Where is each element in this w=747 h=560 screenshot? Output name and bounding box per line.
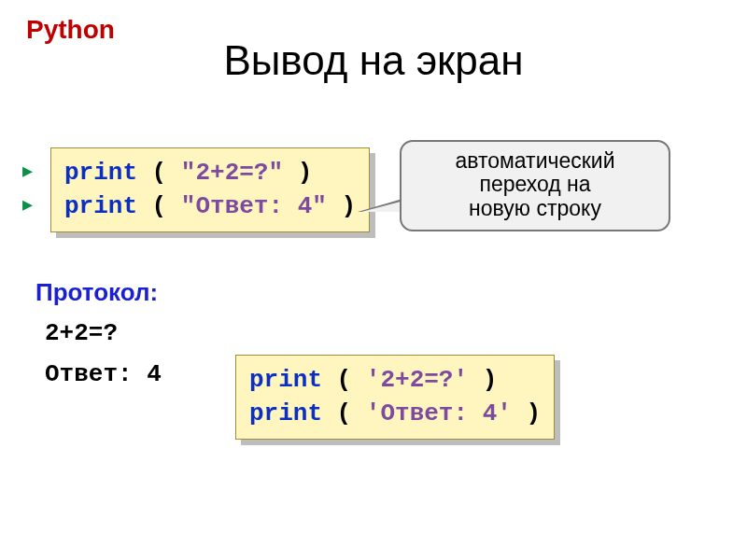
paren-close: ) xyxy=(468,366,497,394)
protocol-label: Протокол: xyxy=(35,278,158,307)
keyword-print: print xyxy=(249,399,322,427)
paren-open: ( xyxy=(322,366,366,394)
code-block-single-quotes: print ( '2+2=?' ) print ( 'Ответ: 4' ) xyxy=(235,355,555,440)
paren-open: ( xyxy=(137,192,181,220)
bullet-icon: ▸ xyxy=(22,192,33,217)
page-title: Вывод на экран xyxy=(0,37,747,84)
paren-open: ( xyxy=(137,159,181,187)
output-line-1: 2+2=? xyxy=(45,319,118,347)
paren-close: ) xyxy=(283,159,312,187)
paren-close: ) xyxy=(512,399,541,427)
string-literal: "2+2=?" xyxy=(181,159,283,187)
callout-tail-icon xyxy=(358,199,402,212)
code-block-double-quotes: print ( "2+2=?" ) print ( "Ответ: 4" ) xyxy=(50,147,370,232)
keyword-print: print xyxy=(64,192,137,220)
callout-line-1: автоматический xyxy=(411,149,659,173)
string-literal: "Ответ: 4" xyxy=(181,192,327,220)
string-literal: 'Ответ: 4' xyxy=(366,399,512,427)
keyword-print: print xyxy=(64,159,137,187)
callout-line-3: новую строку xyxy=(411,197,659,220)
bullet-icon: ▸ xyxy=(22,159,33,183)
keyword-print: print xyxy=(249,366,322,394)
paren-close: ) xyxy=(327,192,356,220)
string-literal: '2+2=?' xyxy=(366,366,468,394)
callout-line-2: переход на xyxy=(411,173,659,196)
output-line-2: Ответ: 4 xyxy=(45,360,162,388)
callout-box: автоматический переход на новую строку xyxy=(400,140,670,231)
paren-open: ( xyxy=(322,399,366,427)
